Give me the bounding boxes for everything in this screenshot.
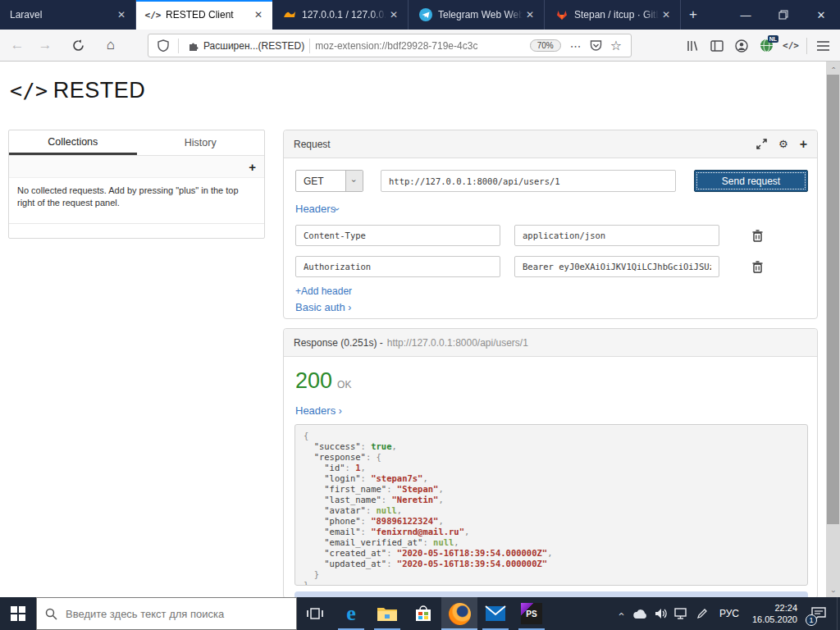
method-select[interactable]: GET › [295, 170, 363, 192]
new-tab-button[interactable]: + [681, 0, 705, 30]
taskbar-mail-button[interactable] [477, 597, 514, 630]
phpmyadmin-favicon-icon [282, 8, 296, 22]
file-explorer-icon [377, 605, 398, 623]
minimize-button[interactable]: — [727, 0, 765, 30]
home-button[interactable]: ⌂ [98, 33, 123, 57]
expand-panel-icon[interactable] [756, 139, 767, 149]
header-name-input[interactable] [295, 225, 500, 246]
reload-button[interactable] [66, 33, 90, 57]
volume-icon[interactable] [651, 597, 672, 630]
forward-button[interactable]: → [33, 33, 57, 57]
json-line: "last_name": "Neretin", [304, 495, 799, 505]
method-value: GET [296, 171, 345, 191]
address-bar[interactable]: Расширен...(RESTED) moz-extension://bdf2… [148, 34, 632, 57]
header-value-input[interactable] [514, 256, 719, 277]
delete-header-icon[interactable] [752, 261, 763, 273]
back-button[interactable]: ← [5, 33, 30, 57]
tab-close-icon[interactable]: ✕ [386, 7, 401, 22]
code-extension-icon[interactable]: </> [778, 34, 803, 58]
gitlab-favicon-icon [555, 8, 568, 22]
request-headers-toggle[interactable]: Headers› [295, 203, 339, 215]
task-view-button[interactable] [297, 597, 333, 630]
screen: Laravel ✕ </> RESTED Client ✕ 127.0.0.1 … [0, 0, 840, 630]
response-headers-toggle[interactable]: Headers › [295, 404, 342, 417]
tab-close-icon[interactable]: ✕ [114, 7, 129, 22]
add-header-link[interactable]: +Add header [295, 285, 352, 297]
account-icon[interactable] [729, 34, 754, 58]
tab-close-icon[interactable]: ✕ [659, 7, 673, 22]
bookmark-star-icon[interactable]: ☆ [610, 38, 622, 53]
tab-collections[interactable]: Collections [9, 130, 137, 155]
language-indicator[interactable]: РУС [713, 608, 746, 619]
toolbar-right-icons: NL </> [680, 30, 835, 62]
header-value-input[interactable] [514, 225, 719, 246]
search-input[interactable] [66, 608, 279, 620]
extension-puzzle-icon [188, 40, 199, 52]
zoom-level-badge[interactable]: 70% [530, 39, 561, 52]
onedrive-cloud-icon[interactable] [631, 597, 651, 630]
json-line: "phone": "89896122324", [304, 516, 799, 527]
tracking-shield-icon[interactable] [158, 39, 169, 52]
vpn-extension-icon[interactable]: NL [754, 34, 778, 58]
page-scrollbar[interactable]: › › [826, 62, 840, 597]
pen-icon[interactable] [692, 597, 713, 630]
basic-auth-toggle[interactable]: Basic auth › [295, 301, 351, 313]
taskbar-phpstorm-button[interactable]: PS [514, 597, 550, 630]
pocket-icon[interactable] [590, 39, 602, 52]
send-request-button[interactable]: Send request [694, 170, 808, 192]
chevron-down-icon: › [345, 171, 363, 191]
menu-hamburger-icon[interactable] [810, 34, 835, 58]
tab-phpmyadmin[interactable]: 127.0.0.1 / 127.0.0.1 ✕ [272, 0, 409, 30]
taskbar-search[interactable] [36, 597, 297, 630]
taskbar-edge-button[interactable]: e [333, 597, 369, 630]
action-center-button[interactable]: 1 [804, 597, 833, 630]
response-panel-title: Response (0.251s) - [294, 337, 383, 349]
rested-favicon-icon: </> [146, 8, 160, 22]
tray-overflow-icon[interactable]: › [610, 597, 631, 630]
tab-telegram[interactable]: Telegram Web Web ✕ [409, 0, 545, 30]
page-actions-icon[interactable]: ⋯ [570, 39, 582, 52]
delete-header-icon[interactable] [752, 230, 763, 242]
json-line: "updated_at": "2020-05-16T18:39:54.00000… [304, 559, 799, 569]
tab-close-icon[interactable]: ✕ [523, 7, 537, 22]
scrollbar-up-icon[interactable]: › [826, 62, 840, 74]
restore-button[interactable] [765, 0, 802, 30]
taskbar-explorer-button[interactable] [369, 597, 405, 630]
request-panel: Request ⚙ + GET › Send request Headers [283, 130, 818, 319]
request-panel-header: Request ⚙ + [284, 130, 817, 158]
url-text[interactable]: moz-extension://bdf29928-719e-4c3c [315, 40, 524, 52]
divider [806, 38, 807, 54]
tab-gitlab[interactable]: Stepan / itcup · GitLab ✕ [545, 0, 681, 30]
tab-rested-client[interactable]: </> RESTED Client ✕ [136, 0, 272, 30]
collections-empty-message: No collected requests. Add by pressing "… [9, 178, 264, 224]
tab-close-icon[interactable]: ✕ [251, 7, 266, 22]
taskbar-clock[interactable]: 22:24 16.05.2020 [746, 602, 804, 626]
request-url-input[interactable] [381, 170, 676, 192]
add-to-collection-button[interactable]: + [800, 137, 807, 152]
header-name-input[interactable] [295, 256, 500, 277]
collections-tabs: Collections History [9, 130, 264, 156]
taskbar-store-button[interactable] [405, 597, 441, 630]
sidebar-icon[interactable] [705, 34, 729, 58]
scrollbar-thumb[interactable] [827, 75, 839, 524]
taskbar-firefox-button[interactable] [441, 597, 477, 630]
show-desktop-button[interactable] [837, 597, 840, 630]
tab-laravel[interactable]: Laravel ✕ [0, 0, 136, 30]
windows-taskbar: e PS › [0, 597, 840, 630]
system-tray: › РУС 22:24 16.05.2020 1 [610, 597, 840, 630]
status-text: OK [337, 379, 351, 390]
network-icon[interactable] [672, 597, 692, 630]
library-icon[interactable] [680, 34, 705, 58]
search-icon [45, 608, 57, 620]
windows-logo-icon [11, 606, 25, 621]
add-collection-button[interactable]: + [249, 160, 256, 174]
rested-logo-icon: </> [10, 79, 48, 103]
tab-history[interactable]: History [137, 130, 265, 155]
json-line: "id": 1, [304, 463, 799, 473]
close-window-button[interactable]: ✕ [802, 0, 840, 30]
scrollbar-down-icon[interactable]: › [826, 585, 840, 597]
settings-gear-icon[interactable]: ⚙ [778, 138, 788, 150]
browser-toolbar: ← → ⌂ Расширен...(RESTED) moz-extension:… [0, 30, 840, 62]
response-status: 200 OK [295, 368, 351, 394]
start-button[interactable] [0, 597, 36, 630]
